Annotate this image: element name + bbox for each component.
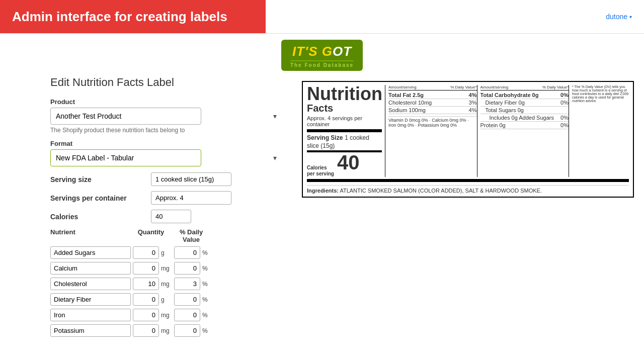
nutrient-pct-input-4[interactable]	[174, 309, 200, 321]
nutrient-row: Cholesterol mg %	[50, 278, 282, 290]
nutrient-pct-input-0[interactable]	[174, 246, 200, 259]
nutrient-name-select-4[interactable]: Iron	[50, 309, 131, 321]
serving-size-label-nl: Serving Size	[307, 134, 343, 141]
nutrient-qty-input-3[interactable]	[133, 293, 159, 306]
nutrients-header: Nutrient Quantity % Daily Value	[50, 228, 282, 243]
format-select[interactable]: New FDA Label - Tabular	[50, 149, 201, 166]
calories-number: 40	[337, 152, 360, 172]
nutrient-qty-input-1[interactable]	[133, 262, 159, 275]
col2-row-1: Dietary Fiber 0g0%	[480, 99, 569, 107]
logo-text: IT'S GOT	[290, 44, 354, 59]
nutrient-qty-input-2[interactable]	[133, 278, 159, 290]
servings-per-container-input[interactable]	[151, 191, 231, 205]
facts-title: Facts	[307, 103, 382, 113]
nutrient-qty-input-0[interactable]	[133, 246, 159, 259]
label-columns: Amount/serving % Daily Value* Total Fat …	[385, 85, 629, 177]
logo: IT'S GOT The Food Database	[281, 40, 363, 71]
serving-size-label: Serving size	[50, 175, 146, 184]
col1-row-2: Sodium 100mg4%	[388, 107, 477, 114]
product-select[interactable]: Another Test Product	[50, 108, 201, 125]
label-preview: Nutrition Facts Approx. 4 servings per c…	[302, 76, 634, 340]
nutrient-unit-3: g	[161, 296, 172, 303]
ingredients-label: Ingredients:	[307, 188, 339, 194]
label-left-section: Nutrition Facts Approx. 4 servings per c…	[307, 85, 385, 177]
nutrient-name-select-2[interactable]: Cholesterol	[50, 278, 131, 290]
nutrient-name-select-5[interactable]: Potassium	[50, 324, 131, 337]
nutrient-row: Added Sugars g %	[50, 246, 282, 259]
col2-rows: Total Carbohydrate 0g0%Dietary Fiber 0g0…	[480, 92, 569, 129]
pct-sign-5: %	[202, 327, 208, 334]
serving-size-input[interactable]	[151, 172, 231, 186]
format-select-wrapper: New FDA Label - Tabular ▾	[50, 149, 282, 166]
username-label: dutone	[606, 13, 627, 21]
logo-its: IT'S	[292, 44, 322, 59]
nutrient-name-select-0[interactable]: Added Sugars	[50, 246, 131, 259]
col2-row-0: Total Carbohydrate 0g0%	[480, 92, 569, 99]
format-dropdown-icon: ▾	[273, 154, 277, 162]
label-col2: Amount/serving % Daily Value* Total Carb…	[477, 85, 569, 177]
calories-row: Calories	[50, 210, 282, 223]
nutrient-row: Calcium mg %	[50, 262, 282, 275]
user-menu[interactable]: dutone ▾	[606, 13, 644, 21]
pct-sign-1: %	[202, 265, 208, 272]
logo-accent: G	[322, 44, 333, 59]
pct-col-header: % Daily Value	[171, 228, 211, 243]
product-group: Product Another Test Product ▾ The Shopi…	[50, 98, 282, 134]
calories-block: Calories per serving 40	[307, 150, 382, 177]
serving-size-row: Serving size	[50, 172, 282, 186]
nutrient-unit-1: mg	[161, 265, 172, 272]
form-panel: Edit Nutrition Facts Label Product Anoth…	[50, 76, 282, 340]
ingredients-text: ATLANTIC SMOKED SALMON (COLOR ADDED), SA…	[340, 188, 542, 194]
calories-label: Calories	[50, 213, 146, 221]
header: Admin interface for creating labels duto…	[0, 0, 644, 34]
col2-header: Amount/serving % Daily Value*	[480, 85, 569, 90]
quantity-col-header: Quantity	[131, 228, 171, 243]
format-group: Format New FDA Label - Tabular ▾	[50, 140, 282, 166]
serving-size-block: Serving Size 1 cooked slice (15g)	[307, 129, 382, 149]
nutrient-unit-0: g	[161, 249, 172, 256]
nutrient-name-select-3[interactable]: Dietary Fiber	[50, 293, 131, 306]
calories-label-nl: Calories per serving	[307, 165, 334, 177]
col1-row-0: Total Fat 2.5g4%	[388, 92, 477, 99]
label-col1: Amount/serving % Daily Value* Total Fat …	[388, 85, 477, 177]
nutrient-row: Iron mg %	[50, 309, 282, 321]
nutrient-unit-2: mg	[161, 281, 172, 288]
col1-header: Amount/serving % Daily Value*	[388, 85, 477, 90]
format-label: Format	[50, 140, 282, 147]
nutrient-pct-input-1[interactable]	[174, 262, 200, 275]
product-dropdown-icon: ▾	[273, 112, 277, 120]
nutrient-qty-input-4[interactable]	[133, 309, 159, 321]
product-label: Product	[50, 98, 282, 106]
product-select-wrapper: Another Test Product ▾	[50, 108, 282, 125]
nutrient-pct-input-5[interactable]	[174, 324, 200, 337]
pct-sign-0: %	[202, 249, 208, 256]
dv-note: * The % Daily Value (DV) tells you how m…	[569, 85, 629, 177]
nutrient-row: Dietary Fiber g %	[50, 293, 282, 306]
main-content: Edit Nutrition Facts Label Product Anoth…	[0, 76, 644, 350]
nutrient-unit-4: mg	[161, 312, 172, 319]
col1-rows: Total Fat 2.5g4%Cholesterol 10mg3%Sodium…	[388, 92, 477, 114]
nutrient-col-header: Nutrient	[50, 228, 131, 243]
calories-input[interactable]	[151, 210, 191, 223]
servings-per-container-label: Servings per container	[50, 194, 146, 202]
nutrient-qty-input-5[interactable]	[133, 324, 159, 337]
nutrient-rows: Added Sugars g % Calcium mg % Cholestero…	[50, 246, 282, 337]
col2-row-4: Protein 0g0%	[480, 122, 569, 129]
vitamin-row: Vitamin D 0mcg 0% · Calcium 0mg 0% · Iro…	[388, 116, 477, 128]
nutrient-pct-input-2[interactable]	[174, 278, 200, 290]
nutrient-row: Potassium mg %	[50, 324, 282, 337]
nutrient-unit-5: mg	[161, 327, 172, 334]
pct-sign-2: %	[202, 281, 208, 288]
servings-per-container-row: Servings per container	[50, 191, 282, 205]
nutrition-label: Nutrition Facts Approx. 4 servings per c…	[302, 81, 634, 198]
nutrition-title: Nutrition	[307, 85, 382, 103]
header-title-block: Admin interface for creating labels	[0, 0, 266, 33]
pct-sign-3: %	[202, 296, 208, 303]
page-title: Edit Nutrition Facts Label	[50, 76, 282, 89]
chevron-down-icon: ▾	[629, 14, 632, 20]
ingredients-section: Ingredients: ATLANTIC SMOKED SALMON (COL…	[307, 185, 629, 194]
logo-subtitle: The Food Database	[290, 60, 354, 68]
nutrient-pct-input-3[interactable]	[174, 293, 200, 306]
logo-area: IT'S GOT The Food Database	[0, 34, 644, 76]
nutrient-name-select-1[interactable]: Calcium	[50, 262, 131, 275]
